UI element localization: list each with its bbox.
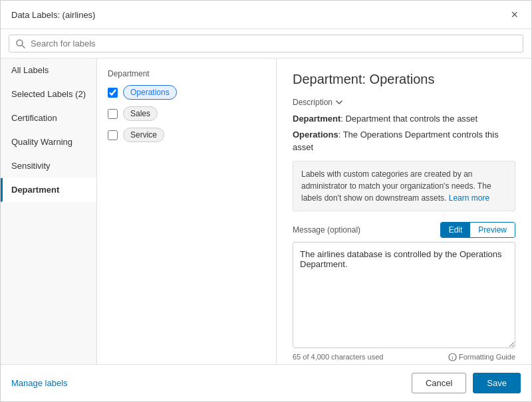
learn-more-link[interactable]: Learn more <box>449 193 489 203</box>
label-chip-service[interactable]: Service <box>123 128 164 142</box>
message-section: Message (optional) Edit Preview The airl… <box>293 222 515 361</box>
tab-group: Edit Preview <box>440 222 515 238</box>
char-count: 65 of 4,000 characters used <box>293 353 383 361</box>
info-icon: i <box>448 353 457 361</box>
save-button[interactable]: Save <box>473 373 521 393</box>
label-chip-sales[interactable]: Sales <box>123 106 158 121</box>
info-box: Labels with custom categories are create… <box>293 161 515 211</box>
detail-title: Department: Operations <box>293 72 515 87</box>
format-guide[interactable]: i Formatting Guide <box>448 353 515 361</box>
description-toggle[interactable]: Description <box>293 98 515 107</box>
sidebar-item-department[interactable]: Department <box>1 178 96 202</box>
label-item-operations[interactable]: Operations <box>108 85 265 100</box>
message-footer: 65 of 4,000 characters used i Formatting… <box>293 353 515 361</box>
close-button[interactable]: × <box>508 7 521 22</box>
message-header: Message (optional) Edit Preview <box>293 222 515 238</box>
category-label: Department <box>108 69 265 78</box>
title-bar: Data Labels: (airlines) × <box>1 1 531 29</box>
message-textarea[interactable]: The airlines database is controlled by t… <box>293 242 515 348</box>
description-body: Department: Department that controls the… <box>293 112 515 154</box>
label-list-panel: Department Operations Sales Service <box>97 58 277 364</box>
chevron-down-icon <box>335 98 343 106</box>
main-content: All Labels Selected Labels (2) Certifica… <box>1 58 531 364</box>
search-input-wrap <box>9 35 523 52</box>
svg-text:i: i <box>452 355 454 361</box>
checkbox-operations[interactable] <box>108 88 118 98</box>
checkbox-sales[interactable] <box>108 109 118 119</box>
dialog: Data Labels: (airlines) × All Labels Sel… <box>0 0 532 402</box>
cancel-button[interactable]: Cancel <box>412 373 466 393</box>
sidebar-item-selected-labels[interactable]: Selected Labels (2) <box>1 82 96 106</box>
tab-preview[interactable]: Preview <box>470 223 515 237</box>
label-chip-operations[interactable]: Operations <box>123 85 177 100</box>
sidebar: All Labels Selected Labels (2) Certifica… <box>1 58 97 364</box>
footer-bar: Manage labels Cancel Save <box>1 364 531 401</box>
tab-edit[interactable]: Edit <box>441 223 471 237</box>
label-item-service[interactable]: Service <box>108 128 265 142</box>
label-item-sales[interactable]: Sales <box>108 106 265 121</box>
detail-panel: Department: Operations Description Depar… <box>277 58 531 364</box>
format-guide-label: Formatting Guide <box>459 353 515 361</box>
footer-actions: Cancel Save <box>412 373 521 393</box>
sidebar-item-certification[interactable]: Certification <box>1 106 96 130</box>
sidebar-item-all-labels[interactable]: All Labels <box>1 58 96 82</box>
sidebar-item-quality-warning[interactable]: Quality Warning <box>1 130 96 154</box>
checkbox-service[interactable] <box>108 130 118 140</box>
search-bar <box>1 29 531 58</box>
manage-labels-link[interactable]: Manage labels <box>11 378 68 388</box>
search-icon <box>16 39 25 49</box>
dialog-title: Data Labels: (airlines) <box>11 10 95 20</box>
search-input[interactable] <box>31 39 516 49</box>
svg-line-1 <box>22 45 25 48</box>
sidebar-item-sensitivity[interactable]: Sensitivity <box>1 154 96 178</box>
dept-description: Department that controls the asset <box>345 114 477 124</box>
message-label: Message (optional) <box>293 225 360 235</box>
